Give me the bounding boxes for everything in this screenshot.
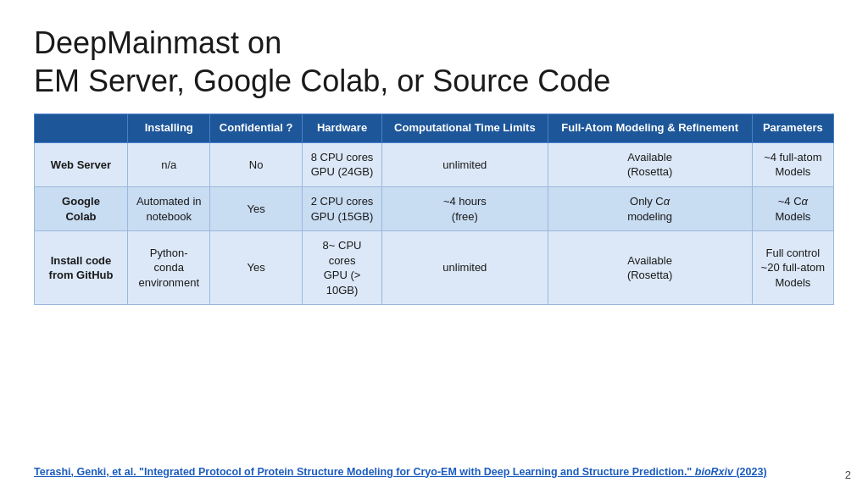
row-confidential-github: Yes (210, 231, 302, 305)
row-hardware-colab: 2 CPU coresGPU (15GB) (302, 186, 381, 230)
row-modeling-colab: Only Cαmodeling (548, 186, 752, 230)
row-installing-webserver: n/a (128, 142, 210, 186)
row-parameters-webserver: ~4 full-atomModels (752, 142, 833, 186)
table-row: Install codefrom GitHub Python-condaenvi… (35, 231, 834, 305)
row-installing-colab: Automated innotebook (128, 186, 210, 230)
comparison-table: Installing Confidential ? Hardware Compu… (34, 114, 834, 305)
row-hardware-webserver: 8 CPU coresGPU (24GB) (302, 142, 381, 186)
main-page: DeepMainmast on EM Server, Google Colab,… (0, 0, 868, 488)
row-time-webserver: unlimited (382, 142, 548, 186)
row-hardware-github: 8~ CPUcoresGPU (>10GB) (302, 231, 381, 305)
header-time: Computational Time Limits (382, 114, 548, 143)
row-time-github: unlimited (382, 231, 548, 305)
row-name-github: Install codefrom GitHub (35, 231, 128, 305)
row-parameters-github: Full control~20 full-atomModels (752, 231, 833, 305)
page-number: 2 (845, 469, 851, 481)
header-empty (35, 114, 128, 143)
row-time-colab: ~4 hours(free) (382, 186, 548, 230)
header-installing: Installing (128, 114, 210, 143)
row-modeling-github: Available(Rosetta) (548, 231, 752, 305)
table-row: Web Server n/a No 8 CPU coresGPU (24GB) … (35, 142, 834, 186)
comparison-table-wrapper: Installing Confidential ? Hardware Compu… (34, 114, 834, 457)
header-modeling: Full-Atom Modeling & Refinement (548, 114, 752, 143)
row-parameters-colab: ~4 CαModels (752, 186, 833, 230)
header-parameters: Parameters (752, 114, 833, 143)
row-confidential-webserver: No (210, 142, 302, 186)
row-modeling-webserver: Available(Rosetta) (548, 142, 752, 186)
row-installing-github: Python-condaenvironment (128, 231, 210, 305)
row-confidential-colab: Yes (210, 186, 302, 230)
page-title: DeepMainmast on EM Server, Google Colab,… (34, 24, 834, 100)
header-hardware: Hardware (302, 114, 381, 143)
row-name-webserver: Web Server (35, 142, 128, 186)
row-name-colab: GoogleColab (35, 186, 128, 230)
header-confidential: Confidential ? (210, 114, 302, 143)
table-row: GoogleColab Automated innotebook Yes 2 C… (35, 186, 834, 230)
citation-link[interactable]: Terashi, Genki, et al. "Integrated Proto… (34, 465, 834, 480)
